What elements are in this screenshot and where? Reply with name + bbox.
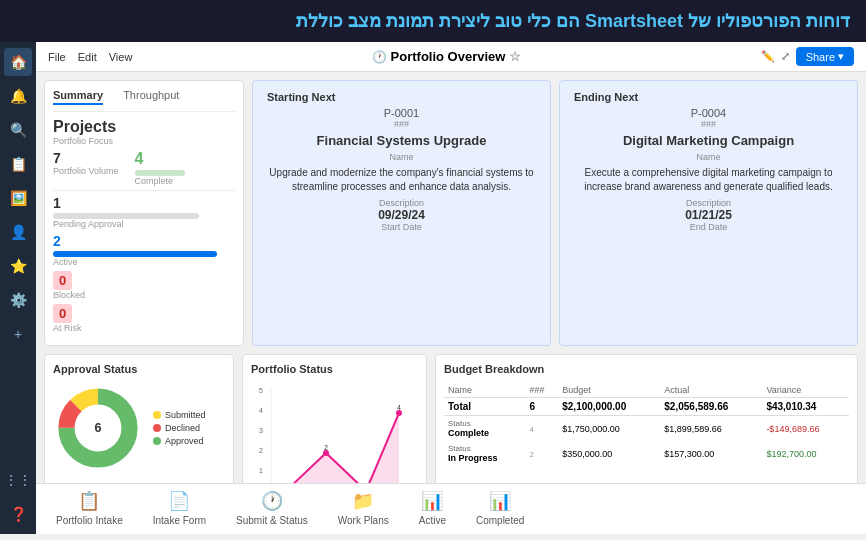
portfolio-status-card: Portfolio Status 5 4 3 2 1 0 [242,354,427,483]
ending-next-card: Ending Next P-0004 ### Digital Marketing… [559,80,858,346]
sidebar-icon-notifications[interactable]: 🔔 [4,82,32,110]
svg-text:1: 1 [259,467,263,474]
banner-text-he: דוחות הפורטפוליו של [683,11,850,31]
active-icon: 📊 [421,490,443,512]
svg-text:2: 2 [259,447,263,454]
projects-value: Projects [53,118,235,136]
complete-value: 4 [135,150,185,168]
starting-name: Financial Systems Upgrade [267,133,536,148]
tab-throughput[interactable]: Throughput [123,89,179,105]
col-budget: Budget [558,383,660,398]
ending-name: Digital Marketing Campaign [574,133,843,148]
starting-id: P-0001 [267,107,536,119]
approval-title: Approval Status [53,363,225,375]
completed-icon: 📊 [489,490,511,512]
svg-text:5: 5 [259,387,263,394]
sidebar-icon-search[interactable]: 🔍 [4,116,32,144]
starting-description: Upgrade and modernize the company's fina… [267,166,536,194]
share-button[interactable]: Share ▾ [796,47,854,66]
svg-point-20 [396,410,402,416]
dashboard: Summary Throughput Projects Portfolio Fo… [36,72,866,483]
col-actual: Actual [660,383,762,398]
menu-view[interactable]: View [109,51,133,63]
svg-text:2: 2 [324,444,328,451]
ending-date: 01/21/25 [574,208,843,222]
blocked-value: 0 [53,271,72,290]
svg-text:4: 4 [397,404,401,411]
col-hash: ### [526,383,559,398]
sidebar-icon-help[interactable]: ❓ [4,500,32,528]
budget-breakdown-card: Budget Breakdown Name ### Budget Actual … [435,354,858,483]
sidebar-icon-add[interactable]: + [4,320,32,348]
active-value: 2 [53,233,235,249]
col-name: Name [444,383,526,398]
pending-value: 1 [53,195,235,211]
footer-tabs: 📋 Portfolio Intake 📄 Intake Form 🕐 Submi… [36,483,866,534]
submit-status-icon: 🕐 [261,490,283,512]
table-row: Status Complete 4 $1,750,000.00 $1,899,5… [444,416,849,442]
starting-section-title: Starting Next [267,91,536,103]
sidebar-icon-apps[interactable]: ⋮⋮ [4,466,32,494]
approval-legend: Submitted Declined Approved [153,410,206,446]
tab-summary[interactable]: Summary [53,89,103,105]
menu-edit[interactable]: Edit [78,51,97,63]
sidebar-icon-sheets[interactable]: 📋 [4,150,32,178]
table-row: Total 6 $2,100,000.00 $2,056,589.66 $43,… [444,398,849,416]
footer-tab-intake-form[interactable]: 📄 Intake Form [153,490,206,534]
banner-text-he2: הם כלי טוב ליצירת תמונת מצב כוללת [296,11,585,31]
ending-id: P-0004 [574,107,843,119]
svg-marker-12 [286,413,399,483]
sidebar-icon-gallery[interactable]: 🖼️ [4,184,32,212]
footer-tab-completed[interactable]: 📊 Completed [476,490,524,534]
footer-tab-portfolio-intake[interactable]: 📋 Portfolio Intake [56,490,123,534]
col-variance: Variance [762,383,849,398]
footer-tab-active[interactable]: 📊 Active [419,490,446,534]
portfolio-intake-icon: 📋 [78,490,100,512]
projects-label: Portfolio Focus [53,136,235,146]
svg-text:3: 3 [259,427,263,434]
sidebar-icon-settings[interactable]: ⚙️ [4,286,32,314]
portfolio-chart: 5 4 3 2 1 0 [251,383,411,483]
expand-icon[interactable]: ⤢ [781,50,790,63]
sidebar-icon-home[interactable]: 🏠 [4,48,32,76]
approval-status-card: Approval Status 6 [44,354,234,483]
throughput-value: 7 [53,150,119,166]
banner: דוחות הפורטפוליו של Smartsheet הם כלי טו… [0,0,866,42]
footer-tab-work-plans[interactable]: 📁 Work Plans [338,490,389,534]
risk-value: 0 [53,304,72,323]
budget-title: Budget Breakdown [444,363,849,375]
work-plans-icon: 📁 [352,490,374,512]
portfolio-title: Portfolio Status [251,363,418,375]
starting-next-card: Starting Next P-0001 ### Financial Syste… [252,80,551,346]
top-bar: File Edit View 🕐 Portfolio Overview ☆ ✏️… [36,42,866,72]
ending-description: Execute a comprehensive digital marketin… [574,166,843,194]
menu-file[interactable]: File [48,51,66,63]
svg-point-18 [323,450,329,456]
donut-chart: 6 [53,383,143,473]
footer-tab-submit-status[interactable]: 🕐 Submit & Status [236,490,308,534]
budget-table: Name ### Budget Actual Variance Total 6 [444,383,849,466]
sidebar: 🏠 🔔 🔍 📋 🖼️ 👤 ⭐ ⚙️ + ⋮⋮ ❓ [0,42,36,534]
page-title: 🕐 Portfolio Overview ☆ [140,49,752,64]
intake-form-icon: 📄 [168,490,190,512]
sidebar-icon-contacts[interactable]: 👤 [4,218,32,246]
top-bar-actions: ✏️ ⤢ Share ▾ [761,47,854,66]
menu-bar: File Edit View [48,51,132,63]
svg-text:6: 6 [94,421,101,435]
sidebar-icon-favorites[interactable]: ⭐ [4,252,32,280]
edit-icon[interactable]: ✏️ [761,50,775,63]
ending-section-title: Ending Next [574,91,843,103]
summary-card: Summary Throughput Projects Portfolio Fo… [44,80,244,346]
svg-text:4: 4 [259,407,263,414]
starting-date: 09/29/24 [267,208,536,222]
banner-brand: Smartsheet [585,11,683,31]
star-icon[interactable]: ☆ [509,49,521,64]
table-row: Status In Progress 2 $350,000.00 $157,30… [444,441,849,466]
